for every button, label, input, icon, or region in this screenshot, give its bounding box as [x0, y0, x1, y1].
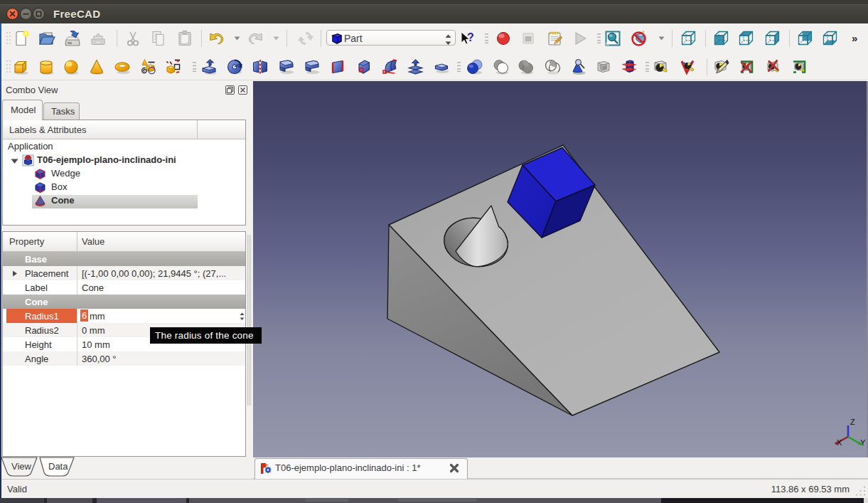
svg-text:View: View	[11, 461, 32, 472]
svg-text:X: X	[837, 438, 842, 447]
svg-text:Data: Data	[48, 461, 68, 472]
svg-text:Z: Z	[850, 418, 855, 426]
svg-text:?: ?	[467, 31, 474, 43]
svg-text:Y: Y	[860, 438, 866, 447]
